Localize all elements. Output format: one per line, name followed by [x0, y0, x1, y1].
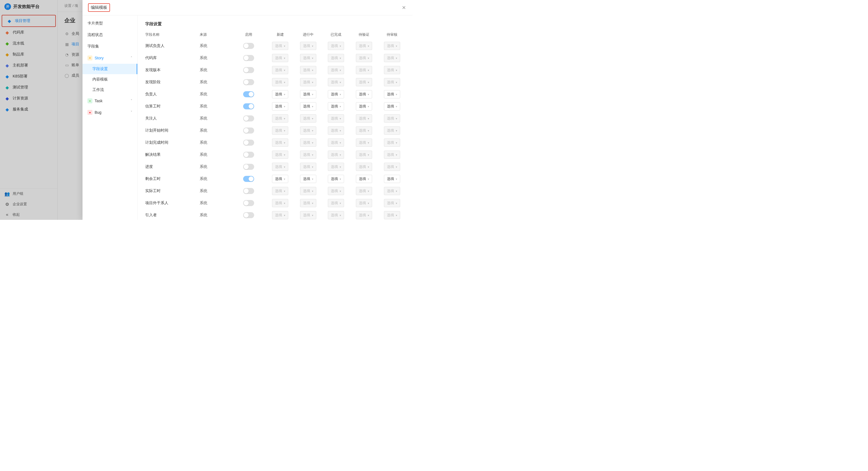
chevron-down-icon: ▾ — [368, 69, 369, 72]
requirement-select: 选填▾ — [272, 163, 288, 171]
requirement-select: 选填▾ — [328, 78, 344, 86]
chevron-down-icon: ▾ — [340, 214, 341, 217]
select-label: 选填 — [275, 56, 282, 61]
enable-toggle[interactable] — [243, 55, 254, 61]
requirement-select[interactable]: 选填▾ — [272, 175, 288, 183]
chevron-down-icon: ˅ — [131, 99, 132, 103]
enable-toggle[interactable] — [243, 200, 254, 206]
enable-toggle[interactable] — [243, 128, 254, 134]
field-source: 系统 — [200, 164, 230, 169]
select-label: 选填 — [359, 104, 366, 109]
enable-toggle[interactable] — [243, 176, 254, 182]
requirement-select[interactable]: 选填▾ — [328, 102, 344, 110]
side-group-bug[interactable]: ●Bug˅ — [83, 107, 137, 118]
enable-toggle[interactable] — [243, 79, 254, 85]
side-group-task[interactable]: ≡Task˅ — [83, 95, 137, 107]
chevron-down-icon: ▾ — [340, 177, 341, 180]
enable-toggle[interactable] — [243, 103, 254, 109]
side-sub-content-template[interactable]: 内容模板 — [83, 74, 137, 85]
requirement-select: 选填▾ — [272, 211, 288, 219]
requirement-select[interactable]: 选填▾ — [384, 90, 400, 98]
requirement-select[interactable]: 选填▾ — [300, 175, 316, 183]
chevron-up-icon: ˄ — [131, 56, 132, 60]
select-label: 选填 — [359, 128, 366, 133]
close-icon[interactable]: ✕ — [400, 4, 407, 11]
chevron-down-icon: ▾ — [312, 129, 313, 132]
field-row: 进度系统选填▾选填▾选填▾选填▾选填▾ — [145, 161, 405, 173]
requirement-select: 选填▾ — [356, 187, 372, 195]
requirement-select[interactable]: 选填▾ — [356, 102, 372, 110]
requirement-select[interactable]: 选填▾ — [300, 90, 316, 98]
field-name: 项目外干系人 — [145, 201, 197, 206]
column-header: 启用 — [232, 32, 265, 37]
select-label: 选填 — [275, 68, 282, 72]
enable-toggle[interactable] — [243, 212, 254, 218]
field-row: 计划开始时间系统选填▾选填▾选填▾选填▾选填▾ — [145, 125, 405, 137]
select-label: 选填 — [303, 201, 310, 206]
requirement-select: 选填▾ — [384, 78, 400, 86]
select-label: 选填 — [387, 104, 394, 109]
side-item-field-set[interactable]: 字段集 — [83, 41, 137, 52]
side-sub-workflow[interactable]: 工作流 — [83, 85, 137, 95]
enable-toggle[interactable] — [243, 67, 254, 73]
requirement-select: 选填▾ — [272, 66, 288, 74]
field-name: 计划完成时间 — [145, 140, 197, 145]
select-label: 选填 — [387, 128, 394, 133]
field-source: 系统 — [200, 56, 230, 61]
enable-toggle[interactable] — [243, 43, 254, 49]
field-name: 代码库 — [145, 56, 197, 61]
requirement-select: 选填▾ — [356, 54, 372, 62]
chevron-down-icon: ▾ — [396, 165, 397, 168]
side-sub-field-settings[interactable]: 字段设置 — [83, 64, 137, 74]
field-name: 引入者 — [145, 213, 197, 217]
requirement-select[interactable]: 选填▾ — [356, 90, 372, 98]
requirement-select: 选填▾ — [300, 54, 316, 62]
requirement-select[interactable]: 选填▾ — [272, 90, 288, 98]
field-name: 测试负责人 — [145, 43, 197, 48]
field-source: 系统 — [200, 189, 230, 194]
enable-toggle[interactable] — [243, 164, 254, 170]
side-item-flow-status[interactable]: 流程状态 — [83, 29, 137, 41]
field-name: 进度 — [145, 164, 197, 169]
requirement-select[interactable]: 选填▾ — [356, 175, 372, 183]
requirement-select[interactable]: 选填▾ — [384, 102, 400, 110]
field-source: 系统 — [200, 43, 230, 48]
requirement-select: 选填▾ — [300, 199, 316, 207]
field-row: 关注人系统选填▾选填▾选填▾选填▾选填▾ — [145, 112, 405, 125]
select-label: 选填 — [275, 152, 282, 157]
chevron-down-icon: ▾ — [396, 57, 397, 60]
select-label: 选填 — [275, 43, 282, 48]
select-label: 选填 — [331, 104, 338, 109]
requirement-select: 选填▾ — [328, 211, 344, 219]
enable-toggle[interactable] — [243, 91, 254, 97]
field-source: 系统 — [200, 116, 230, 121]
requirement-select: 选填▾ — [328, 66, 344, 74]
requirement-select[interactable]: 选填▾ — [300, 102, 316, 110]
chevron-down-icon: ▾ — [340, 81, 341, 84]
requirement-select[interactable]: 选填▾ — [328, 90, 344, 98]
requirement-select: 选填▾ — [356, 163, 372, 171]
select-label: 选填 — [331, 201, 338, 206]
requirement-select[interactable]: 选填▾ — [384, 175, 400, 183]
side-group-story[interactable]: ☀Story˄ — [83, 52, 137, 64]
requirement-select: 选填▾ — [328, 163, 344, 171]
chevron-down-icon: ▾ — [368, 190, 369, 193]
chevron-down-icon: ▾ — [396, 190, 397, 193]
requirement-select: 选填▾ — [328, 199, 344, 207]
requirement-select[interactable]: 选填▾ — [328, 175, 344, 183]
requirement-select[interactable]: 选填▾ — [272, 102, 288, 110]
select-label: 选填 — [275, 80, 282, 85]
field-row: 引入者系统选填▾选填▾选填▾选填▾选填▾ — [145, 209, 405, 220]
enable-toggle[interactable] — [243, 188, 254, 194]
requirement-select: 选填▾ — [272, 138, 288, 147]
select-label: 选填 — [275, 140, 282, 145]
enable-toggle[interactable] — [243, 140, 254, 146]
chevron-down-icon: ▾ — [396, 177, 397, 180]
select-label: 选填 — [275, 116, 282, 121]
side-item-card-type[interactable]: 卡片类型 — [83, 18, 137, 29]
chevron-down-icon: ▾ — [340, 44, 341, 47]
select-label: 选填 — [275, 92, 282, 97]
enable-toggle[interactable] — [243, 152, 254, 158]
enable-toggle[interactable] — [243, 115, 254, 122]
chevron-down-icon: ▾ — [368, 165, 369, 168]
